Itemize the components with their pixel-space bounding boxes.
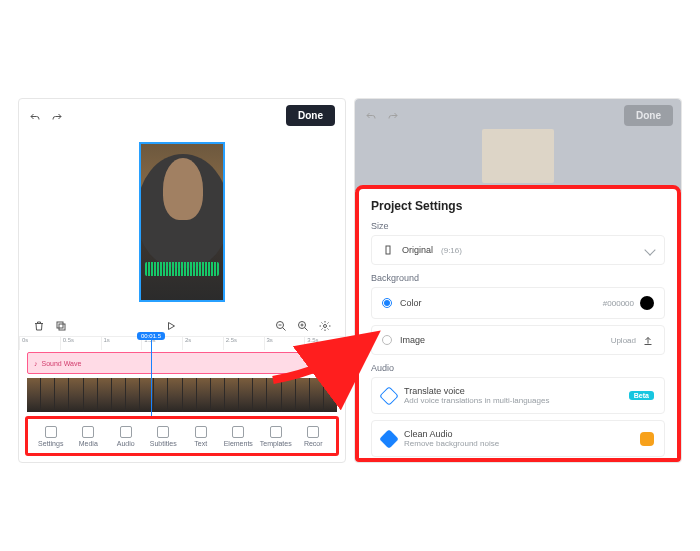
svg-point-4: [324, 325, 327, 328]
elements-icon: [232, 426, 244, 438]
chevron-down-icon: [644, 244, 655, 255]
video-clip[interactable]: [139, 142, 225, 302]
tab-subtitles[interactable]: Subtitles: [145, 426, 183, 447]
svg-rect-0: [59, 324, 65, 330]
tick: 2s: [182, 337, 223, 350]
aspect-icon: [382, 244, 394, 256]
tick: 1s: [101, 337, 142, 350]
tab-label: Text: [194, 440, 207, 447]
sheet-title: Project Settings: [371, 199, 665, 213]
playhead[interactable]: 00:01.5: [137, 332, 165, 422]
tab-settings[interactable]: Settings: [32, 426, 70, 447]
bg-image-row[interactable]: Image Upload: [371, 325, 665, 355]
tab-templates[interactable]: Templates: [257, 426, 295, 447]
size-row[interactable]: Original (9:16): [371, 235, 665, 265]
tab-record[interactable]: Recor: [295, 426, 333, 447]
radio-color[interactable]: [382, 298, 392, 308]
bg-image-label: Image: [400, 335, 425, 345]
tab-label: Templates: [260, 440, 292, 447]
radio-image[interactable]: [382, 335, 392, 345]
translate-sub: Add voice translations in multi-language…: [404, 396, 549, 405]
video-track[interactable]: [27, 378, 337, 412]
clean-title: Clean Audio: [404, 429, 499, 439]
translate-title: Translate voice: [404, 386, 549, 396]
undo-icon[interactable]: [29, 110, 41, 122]
color-value: #000000: [603, 299, 634, 308]
sound-track-label: Sound Wave: [42, 360, 82, 367]
tick: 2.5s: [223, 337, 264, 350]
tab-text[interactable]: Text: [182, 426, 220, 447]
svg-rect-5: [386, 246, 390, 254]
upload-label: Upload: [611, 336, 636, 345]
bg-label: Background: [371, 273, 665, 283]
beta-badge: Beta: [629, 391, 654, 400]
size-option: Original: [402, 245, 433, 255]
tab-elements[interactable]: Elements: [220, 426, 258, 447]
tab-label: Elements: [224, 440, 253, 447]
upload-icon: [642, 334, 654, 346]
playhead-time: 00:01.5: [137, 332, 165, 340]
timeline-ruler[interactable]: 0s 0.5s 1s 1.5s 2s 2.5s 3s 3.5s: [19, 336, 345, 350]
tab-label: Audio: [117, 440, 135, 447]
tab-label: Subtitles: [150, 440, 177, 447]
project-settings-sheet: Project Settings Size Original (9:16) Ba…: [355, 185, 681, 462]
wave-icon: ♪: [34, 360, 38, 367]
tick: 0.5s: [60, 337, 101, 350]
waveform-overlay: [145, 262, 219, 276]
clean-icon: [379, 429, 399, 449]
redo-icon[interactable]: [51, 110, 63, 122]
tick: 3.5s: [304, 337, 345, 350]
tick: 0s: [19, 337, 60, 350]
tab-label: Settings: [38, 440, 63, 447]
video-thumb: [482, 129, 554, 183]
audio-label: Audio: [371, 363, 665, 373]
undo-redo: [29, 110, 63, 122]
bg-color-row[interactable]: Color #000000: [371, 287, 665, 319]
clean-audio-row[interactable]: Clean Audio Remove background noise: [371, 420, 665, 457]
done-button-dim: Done: [624, 105, 673, 126]
bg-color-label: Color: [400, 298, 422, 308]
tab-label: Media: [79, 440, 98, 447]
preview-canvas[interactable]: [19, 132, 345, 312]
tab-media[interactable]: Media: [70, 426, 108, 447]
clean-sub: Remove background noise: [404, 439, 499, 448]
settings-pane: Done Project Settings Size Original (9:1…: [354, 98, 682, 463]
media-icon: [82, 426, 94, 438]
trash-icon[interactable]: [33, 318, 45, 330]
zoom-out-icon[interactable]: [275, 318, 287, 330]
text-icon: [195, 426, 207, 438]
copy-icon[interactable]: [55, 318, 67, 330]
premium-icon: [640, 432, 654, 446]
size-detail: (9:16): [441, 246, 462, 255]
tab-label: Recor: [304, 440, 323, 447]
templates-icon: [270, 426, 282, 438]
audio-icon: [120, 426, 132, 438]
undo-icon: [365, 109, 377, 121]
tab-audio[interactable]: Audio: [107, 426, 145, 447]
translate-row[interactable]: Translate voice Add voice translations i…: [371, 377, 665, 414]
editor-pane: Done 0s 0.5s 1s: [18, 98, 346, 463]
bottom-toolbar: Settings Media Audio Subtitles Text Elem…: [25, 416, 339, 456]
settings-icon: [45, 426, 57, 438]
dimmed-background: Done: [355, 99, 681, 191]
translate-icon: [379, 386, 399, 406]
size-label: Size: [371, 221, 665, 231]
record-icon: [307, 426, 319, 438]
tick: 3s: [264, 337, 305, 350]
subtitles-icon: [157, 426, 169, 438]
gear-icon[interactable]: [319, 318, 331, 330]
color-swatch[interactable]: [640, 296, 654, 310]
redo-icon: [387, 109, 399, 121]
sound-track[interactable]: ♪ Sound Wave: [27, 352, 337, 374]
play-icon[interactable]: [165, 318, 177, 330]
zoom-in-icon[interactable]: [297, 318, 309, 330]
done-button[interactable]: Done: [286, 105, 335, 126]
svg-rect-1: [57, 322, 63, 328]
